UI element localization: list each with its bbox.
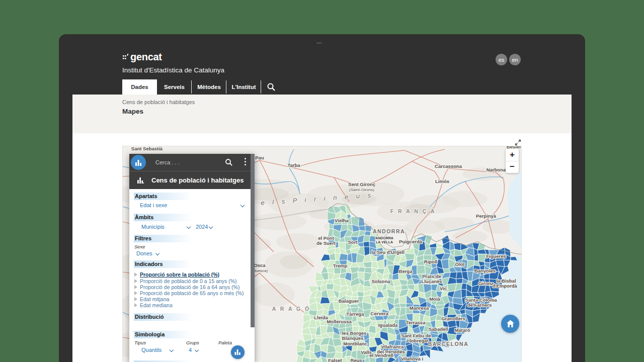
gencat-logo-mark bbox=[122, 52, 130, 62]
svg-text:Puigcerdà: Puigcerdà bbox=[399, 239, 423, 244]
browser-window: es en gencat Institut d'Estadística de C… bbox=[59, 34, 585, 362]
svg-text:Carcassona: Carcassona bbox=[435, 163, 462, 169]
svg-text:Tremp: Tremp bbox=[333, 263, 348, 268]
svg-text:Terrassa: Terrassa bbox=[406, 320, 426, 325]
breadcrumb[interactable]: Cens de població i habitatges bbox=[122, 99, 195, 105]
lang-en-button[interactable]: en bbox=[509, 54, 521, 65]
main-nav: Dades Serveis Mètodes L'Institut bbox=[122, 79, 281, 95]
tab-dades[interactable]: Dades bbox=[122, 79, 157, 95]
triangle-icon bbox=[134, 297, 137, 301]
map-container[interactable]: Sant SebastiàPauTarbaCarcassonaNarbonaBe… bbox=[122, 146, 522, 362]
indicator-65-mes[interactable]: Proporció de població de 65 anys o més (… bbox=[134, 290, 244, 296]
indicator-edat-mediana[interactable]: Edat mediana bbox=[134, 302, 173, 308]
svg-text:Osca: Osca bbox=[254, 262, 266, 268]
tipus-select[interactable]: Quantils bbox=[141, 347, 162, 353]
zoom-in-button[interactable]: + bbox=[506, 149, 519, 161]
svg-text:Reus: Reus bbox=[350, 357, 362, 362]
indicator-edat-mitjana[interactable]: Edat mitjana bbox=[134, 296, 169, 302]
svg-text:Vic: Vic bbox=[440, 286, 447, 291]
gencat-logo[interactable]: gencat bbox=[122, 52, 162, 62]
tipus-label: Tipus bbox=[134, 340, 146, 345]
desktop-background: es en gencat Institut d'Estadística de C… bbox=[0, 0, 644, 362]
panel-search-bar[interactable]: Cerca . . . bbox=[129, 154, 255, 171]
section-filtres: Filtres bbox=[134, 235, 192, 242]
section-simbologia: Simbologia bbox=[134, 331, 192, 338]
tab-institut[interactable]: L'Institut bbox=[226, 79, 261, 95]
svg-text:Banyoles: Banyoles bbox=[474, 268, 496, 274]
panel-menu-icon[interactable] bbox=[245, 158, 247, 167]
page-title: Mapes bbox=[122, 108, 143, 115]
svg-text:de Suert: de Suert bbox=[316, 240, 336, 246]
indicator-16-64[interactable]: Proporció de població de 16 a 64 anys (%… bbox=[134, 284, 239, 290]
svg-text:F R A N Ç A: F R A N Ç A bbox=[390, 208, 436, 214]
svg-text:Mollerussa: Mollerussa bbox=[327, 319, 352, 324]
tipus-chevron-icon[interactable] bbox=[170, 348, 174, 352]
panel-scrollbar[interactable] bbox=[251, 154, 255, 327]
content-area: Sant SebastiàPauTarbaCarcassonaNarbonaBe… bbox=[72, 133, 572, 362]
svg-text:Tàrrega: Tàrrega bbox=[347, 311, 365, 317]
svg-text:A R A G Ó: A R A G Ó bbox=[272, 306, 311, 312]
svg-text:Igualada: Igualada bbox=[378, 322, 398, 328]
expand-icon[interactable] bbox=[515, 139, 522, 146]
triangle-icon bbox=[134, 273, 137, 277]
svg-text:de Farners: de Farners bbox=[467, 302, 492, 308]
year-select[interactable]: 2024 bbox=[196, 224, 208, 230]
svg-text:Cervera: Cervera bbox=[370, 311, 388, 316]
map-sidebar-panel: Cerca . . . bbox=[129, 154, 255, 362]
svg-text:Berga: Berga bbox=[399, 268, 413, 274]
filter-sexe-label: Sexe bbox=[134, 244, 145, 249]
sexe-select[interactable]: Dones bbox=[136, 250, 152, 256]
svg-text:Balaguer: Balaguer bbox=[339, 298, 359, 304]
svg-text:ANDORRA: ANDORRA bbox=[375, 236, 393, 240]
distribution-chart-button[interactable] bbox=[231, 345, 245, 359]
site-subtitle: Institut d'Estadística de Catalunya bbox=[122, 66, 224, 74]
breadcrumb-band: Cens de població i habitatges Mapes bbox=[72, 95, 572, 133]
bar-chart-icon bbox=[234, 349, 241, 355]
svg-text:Girona: Girona bbox=[478, 281, 494, 286]
year-chevron-icon[interactable] bbox=[209, 225, 213, 229]
svg-text:Narbona: Narbona bbox=[487, 167, 506, 172]
home-button[interactable] bbox=[501, 315, 519, 333]
map-zoom-controls: + − bbox=[506, 149, 519, 173]
nav-search-button[interactable] bbox=[261, 79, 281, 95]
lang-es-button[interactable]: es bbox=[496, 54, 507, 65]
paleta-label: Paleta bbox=[218, 340, 232, 345]
svg-text:Llobregat: Llobregat bbox=[407, 338, 429, 343]
panel-search-placeholder[interactable]: Cerca . . . bbox=[155, 159, 180, 165]
ambits-chevron-icon[interactable] bbox=[187, 225, 191, 229]
zoom-out-button[interactable]: − bbox=[506, 161, 519, 173]
svg-text:Sort: Sort bbox=[348, 239, 358, 245]
logo-text: gencat bbox=[130, 52, 162, 62]
grups-select[interactable]: 4 bbox=[189, 347, 192, 353]
section-apartats: Apartats bbox=[134, 193, 192, 200]
panel-title-bar: Cens de població i habitatges bbox=[129, 171, 255, 189]
indicator-0-15[interactable]: Proporció de població de 0 a 15 anys (%) bbox=[134, 278, 237, 284]
svg-text:Ripoll: Ripoll bbox=[424, 259, 437, 264]
svg-text:Granollers: Granollers bbox=[441, 316, 465, 321]
apartats-select[interactable]: Edat i sexe bbox=[140, 202, 167, 208]
panel-search-icon[interactable] bbox=[225, 158, 233, 166]
svg-text:el Vendrell: el Vendrell bbox=[369, 352, 393, 358]
indicator-proporcio-total[interactable]: Proporció sobre la població (%) bbox=[134, 272, 219, 278]
ambits-select[interactable]: Municipis bbox=[141, 224, 165, 230]
section-indicadors: Indicadors bbox=[134, 260, 192, 268]
panel-body: Apartats Edat i sexe Àmbits Municipis 20… bbox=[129, 189, 255, 362]
svg-text:Perpinyà: Perpinyà bbox=[476, 213, 497, 219]
svg-text:Vilanova i: Vilanova i bbox=[401, 356, 423, 361]
svg-text:Limós: Limós bbox=[435, 178, 449, 184]
grups-label: Grups bbox=[186, 340, 199, 345]
tab-metodes[interactable]: Mètodes bbox=[192, 79, 226, 95]
grups-chevron-icon[interactable] bbox=[195, 348, 199, 352]
svg-text:Solsona: Solsona bbox=[372, 279, 391, 284]
language-switcher: es en bbox=[496, 54, 521, 65]
panel-logo-icon[interactable] bbox=[131, 155, 146, 170]
svg-text:Olot: Olot bbox=[455, 261, 465, 267]
section-distribucio: Distribució bbox=[134, 313, 192, 321]
svg-text:Falset: Falset bbox=[328, 357, 342, 362]
apartats-chevron-icon[interactable] bbox=[240, 203, 245, 207]
svg-text:Mataró: Mataró bbox=[454, 327, 470, 333]
sexe-chevron-icon[interactable] bbox=[155, 251, 159, 255]
tab-serveis[interactable]: Serveis bbox=[157, 79, 192, 95]
svg-text:Manresa: Manresa bbox=[410, 305, 429, 311]
svg-text:Pau: Pau bbox=[255, 155, 264, 160]
